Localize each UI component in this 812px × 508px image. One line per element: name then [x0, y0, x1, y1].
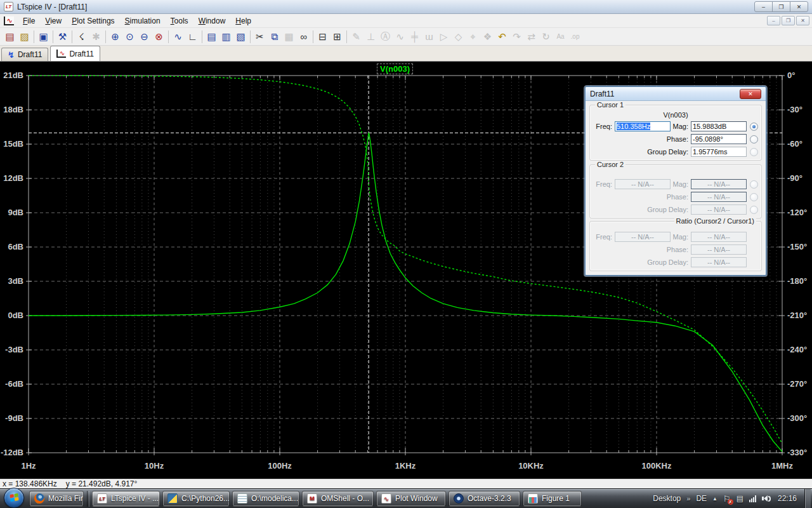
place-ground-icon: ⊥: [363, 29, 378, 44]
restore-button[interactable]: ❐: [772, 1, 790, 12]
control-panel-icon[interactable]: ⚒: [55, 29, 70, 44]
start-button[interactable]: [4, 488, 24, 508]
taskbar-octave[interactable]: Octave-3.2.3: [449, 491, 520, 507]
mdi-restore-button[interactable]: ❐: [782, 16, 795, 25]
show-hidden-icons-button[interactable]: ▲: [712, 496, 717, 502]
undo-zoom-icon[interactable]: ⊗: [152, 29, 166, 44]
place-capacitor-icon: ╪: [407, 29, 422, 44]
taskbar-figure1[interactable]: Figure 1: [523, 491, 582, 507]
title-bar: LT LTspice IV - [Draft11] – ❐ ✕: [0, 0, 812, 14]
cursor1-freq-input[interactable]: 510.358Hz: [615, 121, 671, 131]
manual-axis-limits-icon[interactable]: ∟: [185, 29, 200, 44]
ratio-mag-field: -- N/A--: [691, 232, 747, 242]
y-left-tick-label: -12dB: [1, 448, 23, 457]
taskbar-omshell[interactable]: MOMShell - O...: [302, 491, 374, 507]
phase-label: Phase:: [667, 193, 688, 201]
ratio-legend: Ratio (Cursor2 / Cursor1): [674, 217, 756, 225]
language-indicator[interactable]: DE: [696, 494, 707, 503]
mdi-waveform-icon: ∿: [4, 17, 14, 25]
place-resistor-icon: ∿: [393, 29, 407, 44]
cursor-dialog[interactable]: Draft11 ✕ Cursor 1 V(n003) Freq: 510.358…: [585, 86, 766, 276]
show-desktop-button[interactable]: [804, 489, 811, 508]
print-icon[interactable]: ⊞: [330, 29, 344, 44]
zoom-in-icon[interactable]: ⊕: [108, 29, 122, 44]
mdi-minimize-button[interactable]: –: [767, 16, 780, 25]
volume-icon[interactable]: [762, 495, 771, 502]
x-tick-label: 100Hz: [268, 461, 292, 471]
x-tick-label: 10Hz: [145, 461, 164, 471]
minimize-button[interactable]: –: [754, 1, 773, 12]
cascade-windows-icon[interactable]: ▧: [233, 29, 248, 44]
mdi-close-button[interactable]: ✕: [796, 16, 809, 25]
new-schematic-icon[interactable]: ▤: [3, 29, 17, 44]
y-left-tick-label: -9dB: [5, 413, 23, 423]
mag-label: Mag:: [673, 233, 688, 241]
place-inductor-icon: ɯ: [422, 29, 436, 44]
trace-label[interactable]: V(n003): [377, 64, 413, 74]
group-delay-label: Group Delay:: [647, 148, 688, 156]
menu-view[interactable]: View: [40, 15, 67, 27]
taskbar-mozilla-firefox[interactable]: Mozilla Fir...: [29, 491, 84, 507]
tab-schematic-draft11[interactable]: ↯ Draft11: [1, 48, 48, 61]
menu-tools[interactable]: Tools: [166, 15, 193, 27]
y-right-tick-label: 0°: [787, 70, 795, 80]
desktop-toolbar[interactable]: Desktop: [653, 494, 681, 503]
rotate-icon: ↻: [539, 29, 553, 44]
tray-app-icon[interactable]: ▤: [737, 494, 743, 503]
cursor1-legend: Cursor 1: [595, 101, 625, 109]
halt-simulation-icon: ✱: [89, 29, 103, 44]
y-right-tick-label: -330°: [787, 448, 807, 457]
cursor-dialog-title-bar[interactable]: Draft11 ✕: [586, 87, 766, 101]
cursor1-gd-field[interactable]: 1.95776ms: [691, 147, 747, 157]
run-simulation-icon[interactable]: ☇: [74, 29, 89, 44]
document-icon: [237, 493, 247, 504]
save-icon[interactable]: ▣: [36, 29, 51, 44]
status-bar: x = 138.486KHz y = 21.492dB, 4.917°: [0, 479, 812, 488]
cursor-x-readout: x = 138.486KHz: [3, 479, 57, 488]
find-icon[interactable]: ∞: [296, 29, 311, 44]
menu-window[interactable]: Window: [193, 15, 231, 27]
system-tray: Desktop » DE ▲ ⚐✗ ▤ 22:16: [653, 494, 801, 504]
taskbar-ltspice[interactable]: LTLTspice IV - ...: [92, 491, 160, 507]
open-file-icon[interactable]: ▨: [17, 29, 32, 44]
zoom-full-extents-icon[interactable]: ⊙: [122, 29, 137, 44]
tile-vertically-icon[interactable]: ▥: [219, 29, 233, 44]
print-preview-icon[interactable]: ⊟: [315, 29, 330, 44]
ltspice-app-icon: LT: [4, 2, 13, 11]
action-center-icon[interactable]: ⚐✗: [723, 494, 731, 504]
cursor1-mag-radio[interactable]: [750, 123, 758, 131]
cursor1-mag-field[interactable]: 15.9883dB: [691, 121, 747, 131]
cursor1-phase-radio[interactable]: [750, 135, 758, 144]
ratio-group: Ratio (Cursor2 / Cursor1) Freq: -- N/A--…: [589, 221, 762, 271]
schematic-icon: ↯: [8, 50, 15, 60]
y-left-tick-label: 3dB: [8, 276, 23, 286]
clock[interactable]: 22:16: [776, 494, 798, 503]
y-left-tick-label: 18dB: [3, 105, 23, 114]
cursor1-phase-field[interactable]: -95.0898°: [691, 134, 747, 144]
tile-horizontally-icon[interactable]: ▤: [204, 29, 219, 44]
menu-file[interactable]: File: [18, 15, 40, 27]
close-button[interactable]: ✕: [790, 1, 808, 12]
x-tick-label: 1KHz: [395, 461, 416, 471]
taskbar-button-label: O:\modelica...: [251, 494, 298, 503]
taskbar-plot-window[interactable]: ∿Plot Window: [376, 491, 446, 507]
taskbar-python[interactable]: C:\Python26...: [162, 491, 230, 507]
cut-icon[interactable]: ✂: [252, 29, 267, 44]
taskbar-modelica[interactable]: O:\modelica...: [232, 491, 299, 507]
menu-help[interactable]: Help: [230, 15, 256, 27]
zoom-out-icon[interactable]: ⊖: [137, 29, 152, 44]
autorange-y-icon[interactable]: ∿: [171, 29, 185, 44]
network-icon[interactable]: [749, 495, 756, 502]
undo-icon[interactable]: ↶: [495, 29, 509, 44]
taskbar-button-label: OMShell - O...: [321, 494, 369, 503]
x-tick-label: 1Hz: [21, 461, 36, 471]
y-right-tick-label: -210°: [787, 311, 807, 320]
cursor-dialog-close-icon[interactable]: ✕: [740, 89, 761, 99]
menu-simulation[interactable]: Simulation: [120, 15, 166, 27]
copy-icon[interactable]: ⧉: [267, 29, 282, 44]
tab-waveform-draft11[interactable]: ∿ Draft11: [50, 46, 100, 61]
cursor1-gd-radio[interactable]: [750, 148, 758, 156]
menu-plot-settings[interactable]: Plot Settings: [67, 15, 119, 27]
firefox-icon: [34, 493, 44, 504]
toolbar-chevron-icon[interactable]: »: [686, 495, 690, 502]
